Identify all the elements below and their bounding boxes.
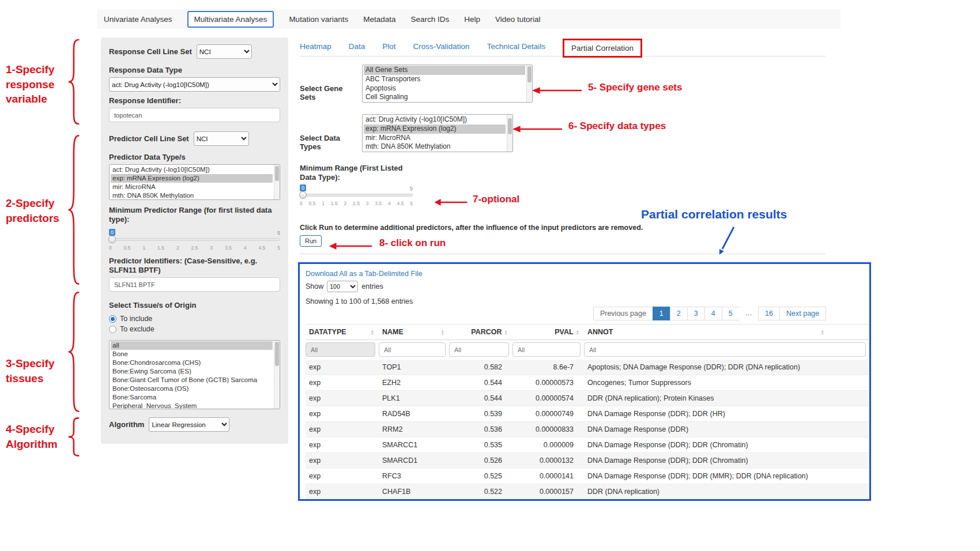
listbox-option-selected[interactable]: all xyxy=(111,341,273,350)
nav-help[interactable]: Help xyxy=(464,15,480,24)
gene-sets-listbox[interactable]: All Gene Sets ABC Transporters Apoptosis… xyxy=(362,65,533,103)
table-row[interactable]: exp PLK1 0.544 0.00000574 DDR (DNA repli… xyxy=(306,391,869,406)
table-row[interactable]: exp SMARCD1 0.526 0.0000132 DNA Damage R… xyxy=(306,453,869,469)
predictor-identifiers-input[interactable] xyxy=(109,277,280,292)
slider-handle[interactable] xyxy=(299,191,307,199)
sort-icon[interactable] xyxy=(441,329,444,335)
scrollbar[interactable] xyxy=(274,165,280,199)
listbox-option-selected[interactable]: exp: mRNA Expression (log2) xyxy=(111,174,273,183)
tissue-exclude-radio-row[interactable]: To exclude xyxy=(109,324,280,334)
scrollbar-thumb[interactable] xyxy=(508,118,512,134)
include-radio[interactable] xyxy=(109,315,116,323)
listbox-option[interactable]: Apoptosis xyxy=(364,84,525,93)
slider-track[interactable] xyxy=(300,194,413,197)
listbox-option[interactable]: Bone:Osteosarcoma (OS) xyxy=(111,384,273,393)
filter-pval-input[interactable] xyxy=(512,342,581,357)
column-header-annot[interactable]: ANNOT xyxy=(584,324,869,339)
listbox-option[interactable]: act: Drug Activity (-log10[IC50M]) xyxy=(111,165,273,174)
listbox-option[interactable]: mir: MicroRNA xyxy=(111,183,273,191)
download-link[interactable]: Download All as a Tab-Delimited File xyxy=(306,270,423,278)
table-row[interactable]: exp RFC3 0.525 0.0000141 DNA Damage Resp… xyxy=(306,469,869,484)
tab-heatmap[interactable]: Heatmap xyxy=(300,42,331,51)
response-cell-line-set-select[interactable]: NCI xyxy=(197,44,252,59)
slider-handle[interactable] xyxy=(108,236,116,243)
nav-multivariate-analyses[interactable]: Multivariate Analyses xyxy=(187,11,274,28)
sort-icon[interactable] xyxy=(371,329,374,335)
slider-track[interactable] xyxy=(109,238,280,241)
table-row[interactable]: exp SMARCC1 0.535 0.000009 DNA Damage Re… xyxy=(306,437,869,453)
tissue-listbox[interactable]: all Bone Bone:Chondrosarcoma (CHS) Bone:… xyxy=(109,340,280,409)
table-row[interactable]: exp RAD54B 0.539 0.00000749 DNA Damage R… xyxy=(306,406,869,422)
data-types-listbox[interactable]: act: Drug Activity (-log10[IC50M]) exp: … xyxy=(362,114,513,152)
response-data-type-select[interactable]: act: Drug Activity (-log10[IC50M]) xyxy=(109,77,280,92)
listbox-option[interactable]: Bone:Ewing Sarcoma (ES) xyxy=(111,367,273,376)
listbox-option[interactable]: Cell Signaling xyxy=(364,93,525,102)
listbox-option[interactable]: Peripheral_Nervous_System xyxy=(111,402,273,409)
filter-name-input[interactable] xyxy=(379,342,446,357)
data-types-row: Select Data Types act: Drug Activity (-l… xyxy=(300,114,826,152)
listbox-option-selected[interactable]: exp: mRNA Expression (log2) xyxy=(364,124,506,134)
scrollbar[interactable] xyxy=(274,341,280,409)
listbox-option[interactable]: mir: MicroRNA xyxy=(364,134,506,143)
column-header-pval[interactable]: PVAL xyxy=(512,324,584,339)
page-button-5[interactable]: 5 xyxy=(722,307,740,320)
table-row[interactable]: exp TOP1 0.582 8.6e-7 Apoptosis; DNA Dam… xyxy=(306,360,869,375)
min-range-slider[interactable]: 0 5 0 0.5 1 1.5 2 2.5 3 3.5 4 4.5 5 xyxy=(300,184,413,207)
page-button-1[interactable]: 1 xyxy=(653,307,670,320)
scrollbar-thumb[interactable] xyxy=(527,66,532,82)
cell-name: RFC3 xyxy=(379,469,449,484)
tab-technical-details[interactable]: Technical Details xyxy=(487,42,545,51)
listbox-option[interactable]: mth: DNA 850K Methylation xyxy=(111,191,273,200)
algorithm-select[interactable]: Linear Regression xyxy=(149,417,229,432)
tissue-include-radio-row[interactable]: To include xyxy=(109,314,280,324)
nav-search-ids[interactable]: Search IDs xyxy=(410,15,449,24)
page-button-3[interactable]: 3 xyxy=(687,307,705,320)
listbox-option[interactable]: Bone:Giant Cell Tumor of Bone (GCTB) Sar… xyxy=(111,376,273,384)
page-size-select[interactable]: 100 xyxy=(327,281,358,292)
filter-annot-input[interactable] xyxy=(584,342,866,357)
min-range-label: Minimum Range (First Listed Data Type): xyxy=(300,164,406,182)
page-button-4[interactable]: 4 xyxy=(704,307,722,320)
nav-video-tutorial[interactable]: Video tutorial xyxy=(495,15,541,24)
page-button-16[interactable]: 16 xyxy=(758,307,780,320)
predictor-data-types-listbox[interactable]: act: Drug Activity (-log10[IC50M]) exp: … xyxy=(109,164,280,200)
table-row[interactable]: exp CHAF1B 0.522 0.0000157 DDR (DNA repl… xyxy=(306,484,869,500)
column-header-name[interactable]: NAME xyxy=(379,324,449,339)
filter-datatype-input[interactable] xyxy=(306,342,375,357)
table-row[interactable]: exp EZH2 0.544 0.00000573 Oncogenes; Tum… xyxy=(306,375,869,391)
page: Univariate Analyses Multivariate Analyse… xyxy=(0,0,980,551)
nav-metadata[interactable]: Metadata xyxy=(363,15,395,24)
page-button-2[interactable]: 2 xyxy=(670,307,688,320)
nav-mutation-variants[interactable]: Mutation variants xyxy=(289,15,348,24)
column-header-datatype[interactable]: DATATYPE xyxy=(306,324,379,339)
response-identifier-input[interactable] xyxy=(109,108,280,122)
listbox-option-selected[interactable]: All Gene Sets xyxy=(364,66,525,75)
run-button[interactable]: Run xyxy=(300,235,322,247)
predictor-cell-line-set-select[interactable]: NCI xyxy=(194,131,249,146)
scrollbar-thumb[interactable] xyxy=(275,166,279,181)
tab-cross-validation[interactable]: Cross-Validation xyxy=(413,42,470,51)
next-page-button[interactable]: Next page xyxy=(779,307,826,320)
listbox-option[interactable]: Bone:Sarcoma xyxy=(111,393,273,402)
nav-univariate-analyses[interactable]: Univariate Analyses xyxy=(104,15,172,24)
tab-partial-correlation[interactable]: Partial Correlation xyxy=(563,39,642,58)
listbox-option[interactable]: ABC Transporters xyxy=(364,75,525,84)
min-predictor-range-slider[interactable]: 0 5 0 0.5 1 1.5 2 2.5 3 3.5 4 4.5 5 xyxy=(109,229,280,252)
exclude-radio[interactable] xyxy=(109,326,116,333)
sort-icon[interactable] xyxy=(504,329,508,335)
tab-data[interactable]: Data xyxy=(349,42,365,51)
tab-plot[interactable]: Plot xyxy=(382,42,395,51)
column-header-parcor[interactable]: PARCOR xyxy=(449,324,512,339)
listbox-option[interactable]: Bone:Chondrosarcoma (CHS) xyxy=(111,358,273,367)
sort-icon[interactable] xyxy=(821,329,824,335)
listbox-option[interactable]: act: Drug Activity (-log10[IC50M]) xyxy=(364,115,506,124)
scrollbar-thumb[interactable] xyxy=(275,342,279,366)
sort-icon[interactable] xyxy=(576,329,579,335)
previous-page-button[interactable]: Previous page xyxy=(593,307,653,320)
scrollbar[interactable] xyxy=(526,65,532,102)
listbox-option[interactable]: mth: DNA 850K Methylation xyxy=(364,142,506,152)
filter-parcor-input[interactable] xyxy=(449,342,509,357)
table-row[interactable]: exp RRM2 0.536 0.00000833 DNA Damage Res… xyxy=(306,422,869,437)
scrollbar[interactable] xyxy=(507,115,512,152)
listbox-option[interactable]: Bone xyxy=(111,350,273,358)
